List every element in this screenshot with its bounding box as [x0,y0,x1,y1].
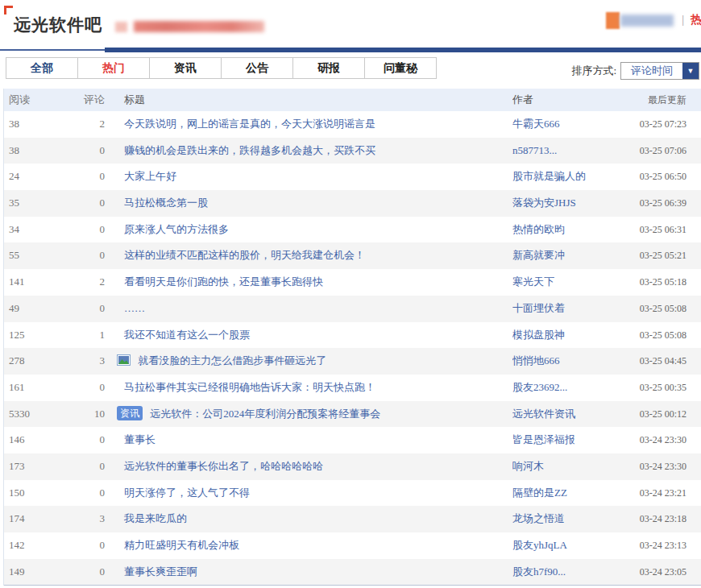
blurred-orange-icon[interactable] [606,12,620,29]
comment-count: 3 [81,348,105,375]
updated-time: 03-25 05:18 [624,269,701,296]
post-table-header: 阅读 评论 标题 作者 最后更新 [4,89,701,111]
post-table: 阅读 评论 标题 作者 最后更新 38 2 今天跌说明，网上的谣言是真的，今天大… [3,89,701,586]
comment-count: 0 [81,480,105,507]
table-row: 146 0 董事长 皆是恩泽福报 03-24 23:30 [4,427,701,453]
read-count: 24 [4,164,81,190]
post-title-text: 看看明天是你们跑的快，还是董事长跑得快 [124,275,323,288]
dropdown-arrow-icon[interactable]: ▼ [682,63,699,79]
post-title-link[interactable]: 马拉松概念第一股 [105,190,512,217]
tab-research[interactable]: 研报 [292,57,365,79]
read-count: 35 [4,190,81,217]
author-link[interactable]: 落袋为安JHJS [512,190,624,217]
post-title-text: 赚钱的机会是跌出来的，跌得越多机会越大，买跌不买 [124,144,375,156]
tab-hot[interactable]: 热门 [77,57,150,79]
author-link[interactable]: 响河木 [512,453,624,480]
author-link[interactable]: 十面埋伏着 [512,296,624,322]
post-title-link[interactable]: 我是来吃瓜的 [105,506,512,532]
comment-count: 1 [81,322,105,349]
post-title-link[interactable]: 赚钱的机会是跌出来的，跌得越多机会越大，买跌不买 [105,138,512,164]
comment-count: 0 [81,138,105,164]
blurred-red-text [134,21,264,32]
read-count: 278 [4,348,81,375]
post-title-link[interactable]: 明天涨停了，这人气了不得 [105,480,512,507]
comment-count: 0 [81,453,105,480]
post-title-link[interactable]: 远光软件的董事长你出名了，哈哈哈哈哈哈 [105,453,512,480]
post-title-link[interactable]: 今天跌说明，网上的谣言是真的，今天大涨说明谣言是 [105,111,512,138]
table-row: 35 0 马拉松概念第一股 落袋为安JHJS 03-25 06:39 [4,190,701,217]
author-link[interactable]: 皆是恩泽福报 [512,427,624,453]
post-title-link[interactable]: …… [105,296,512,322]
author-link[interactable]: 隔壁的是ZZ [512,480,624,507]
post-title-text: 今天跌说明，网上的谣言是真的，今天大涨说明谣言是 [124,118,375,130]
tab-ask-board[interactable]: 问董秘 [364,57,437,79]
table-row: 24 0 大家上午好 股市就是骗人的 03-25 06:50 [4,164,701,190]
header-rule-thin [0,49,105,51]
author-link[interactable]: 牛霸天666 [512,111,624,138]
author-link[interactable]: 股友h7f90... [512,559,624,586]
table-row: 5330 10 资讯 远光软件：公司2024年度利润分配预案将经董事会 远光软件… [4,401,701,428]
post-title-link[interactable]: 资讯 远光软件：公司2024年度利润分配预案将经董事会 [105,401,512,428]
author-link[interactable]: 股友yhJqLA [512,532,624,559]
table-row: 174 3 我是来吃瓜的 龙场之悟道 03-24 23:18 [4,506,701,532]
tab-announce[interactable]: 公告 [221,57,293,79]
col-header-reads: 阅读 [4,89,81,111]
corner-mark-icon [4,6,13,14]
author-link[interactable]: 新高就要冲 [512,242,624,269]
post-title-link[interactable]: 马拉松事件其实已经很明确地告诉大家：明天快点跑！ [105,375,512,401]
post-title-link[interactable]: 董事长 [105,427,512,453]
updated-time: 03-25 05:21 [624,242,701,269]
author-link[interactable]: 模拟盘股神 [512,322,624,349]
read-count: 161 [4,375,81,401]
post-title-link[interactable]: 就看没脸的主力怎么借跑步事件砸远光了 [105,348,512,375]
author-link[interactable]: n587713... [512,138,624,164]
post-title-link[interactable]: 这样的业绩不匹配这样的股价，明天给我建仓机会！ [105,242,512,269]
read-count: 125 [4,322,81,349]
updated-time: 03-25 06:50 [624,164,701,190]
post-table-body: 38 2 今天跌说明，网上的谣言是真的，今天大涨说明谣言是 牛霸天666 03-… [4,111,701,585]
image-icon [117,350,131,375]
table-row: 173 0 远光软件的董事长你出名了，哈哈哈哈哈哈 响河木 03-24 23:3… [4,453,701,480]
author-link[interactable]: 股友23692... [512,375,624,401]
updated-time: 03-25 00:35 [624,375,701,401]
author-link[interactable]: 龙场之悟道 [512,506,624,532]
comment-count: 0 [81,190,105,217]
post-title-text: …… [124,302,145,314]
updated-time: 03-25 07:23 [624,111,701,138]
tab-news[interactable]: 资讯 [149,57,222,79]
author-link[interactable]: 悄悄地666 [512,348,624,375]
read-count: 173 [4,453,81,480]
post-title-link[interactable]: 看看明天是你们跑的快，还是董事长跑得快 [105,269,512,296]
table-row: 55 0 这样的业绩不匹配这样的股价，明天给我建仓机会！ 新高就要冲 03-25… [4,242,701,269]
updated-time: 03-25 06:39 [624,190,701,217]
post-title-link[interactable]: 董事长爽歪歪啊 [105,559,512,586]
read-count: 146 [4,427,81,453]
post-title-text: 远光软件的董事长你出名了，哈哈哈哈哈哈 [124,460,323,472]
updated-time: 03-24 23:18 [624,506,701,532]
post-title-text: 这样的业绩不匹配这样的股价，明天给我建仓机会！ [124,249,365,261]
comment-count: 0 [81,427,105,453]
updated-time: 03-25 04:45 [624,348,701,375]
author-link[interactable]: 远光软件资讯 [512,401,624,428]
blurred-red-icon [115,22,127,32]
post-title-link[interactable]: 精力旺盛明天有机会冲板 [105,532,512,559]
author-link[interactable]: 热情的欧昀 [512,217,624,243]
post-title-text: 我是来吃瓜的 [124,512,187,524]
post-title-text: 董事长 [124,433,156,445]
post-title-link[interactable]: 原来涨人气的方法很多 [105,217,512,243]
author-link[interactable]: 股市就是骗人的 [512,164,624,190]
author-link[interactable]: 寒光天下 [512,269,624,296]
post-title-link[interactable]: 大家上午好 [105,164,512,190]
updated-time: 03-24 23:21 [624,480,701,507]
read-count: 150 [4,480,81,507]
blurred-link-text[interactable] [620,14,674,27]
hot-stocks-link[interactable]: 热 [691,13,701,27]
post-title-text: 我还不知道有这么一个股票 [124,329,250,341]
sort-selected-value[interactable]: 评论时间 [621,63,682,79]
tab-all[interactable]: 全部 [6,57,78,79]
post-title-link[interactable]: 我还不知道有这么一个股票 [105,322,512,349]
table-row: 49 0 …… 十面埋伏着 03-25 05:08 [4,296,701,322]
sort-select[interactable]: 评论时间 ▼ [620,62,699,80]
page-header: 远光软件吧 | 热 [0,0,701,48]
post-title-text: 马拉松事件其实已经很明确地告诉大家：明天快点跑！ [124,381,375,393]
